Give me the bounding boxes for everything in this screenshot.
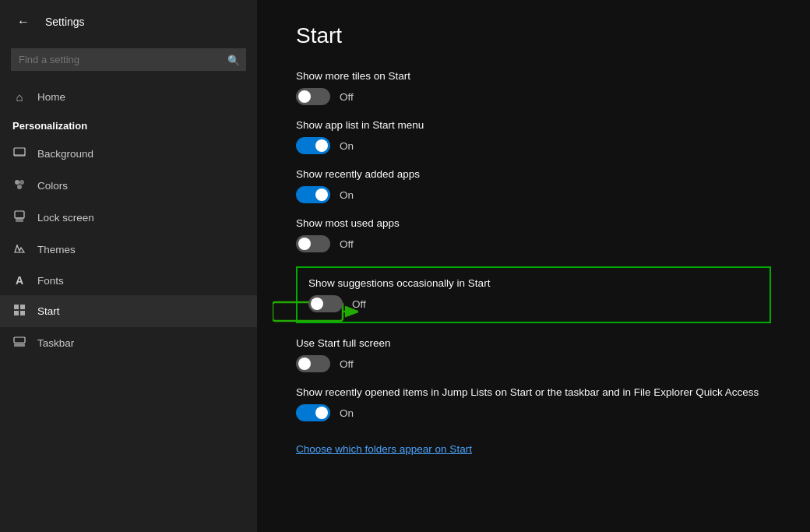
sidebar-item-colors[interactable]: Colors (0, 170, 257, 202)
toggle-jump-lists[interactable] (296, 404, 330, 421)
toggle-most-used-knob (298, 238, 311, 250)
sidebar-item-background[interactable]: Background (0, 138, 257, 170)
toggle-recently-added-state: On (340, 189, 354, 201)
start-icon (12, 304, 26, 319)
sidebar-item-themes-label: Themes (37, 244, 76, 255)
toggle-more-tiles-knob (298, 90, 311, 103)
toggle-suggestions-knob (311, 298, 323, 310)
setting-most-used-toggle-row: Off (296, 235, 771, 252)
search-box-container: 🔍 (11, 48, 246, 71)
toggle-app-list-knob (315, 139, 328, 152)
svg-rect-1 (14, 154, 25, 156)
sidebar-header: ← Settings (0, 0, 257, 44)
toggle-more-tiles[interactable] (296, 88, 330, 105)
sidebar-title: Settings (45, 16, 85, 28)
svg-rect-5 (15, 211, 24, 218)
sidebar-item-start-label: Start (37, 305, 60, 317)
setting-jump-lists-toggle-row: On (296, 404, 771, 421)
svg-rect-14 (14, 344, 25, 347)
main-content: Start Show more tiles on Start Off Show … (257, 0, 810, 532)
toggle-full-screen-state: Off (340, 358, 354, 370)
back-button[interactable]: ← (12, 11, 34, 33)
setting-app-list-label: Show app list in Start menu (296, 119, 771, 131)
sidebar-item-themes[interactable]: Themes (0, 234, 257, 266)
toggle-suggestions[interactable] (308, 295, 343, 312)
sidebar-item-taskbar[interactable]: Taskbar (0, 327, 257, 359)
svg-rect-10 (20, 311, 25, 315)
sidebar-section-label: Personalization (0, 112, 257, 138)
background-icon (12, 146, 26, 161)
setting-more-tiles: Show more tiles on Start Off (296, 70, 771, 105)
setting-app-list-toggle-row: On (296, 137, 771, 154)
sidebar-item-home[interactable]: ⌂ Home (0, 82, 257, 112)
sidebar: ← Settings 🔍 ⌂ Home Personalization Back… (0, 0, 257, 532)
setting-suggestions-highlighted: Show suggestions occasionally in Start O… (296, 266, 771, 323)
sidebar-item-lock-screen-label: Lock screen (37, 212, 94, 224)
setting-app-list: Show app list in Start menu On (296, 119, 771, 154)
sidebar-item-taskbar-label: Taskbar (37, 337, 74, 349)
setting-full-screen-label: Use Start full screen (296, 337, 771, 349)
setting-recently-added: Show recently added apps On (296, 168, 771, 203)
svg-rect-7 (14, 305, 19, 309)
toggle-full-screen[interactable] (296, 355, 330, 372)
svg-point-2 (15, 180, 19, 185)
taskbar-icon (12, 336, 26, 351)
themes-icon (12, 242, 26, 257)
toggle-recently-added[interactable] (296, 186, 330, 203)
svg-rect-15 (14, 337, 25, 343)
search-input[interactable] (11, 48, 246, 71)
sidebar-item-background-label: Background (37, 148, 93, 160)
svg-rect-6 (16, 217, 23, 222)
setting-full-screen-toggle-row: Off (296, 355, 771, 372)
toggle-most-used-state: Off (340, 238, 354, 250)
toggle-most-used[interactable] (296, 235, 330, 252)
setting-most-used-label: Show most used apps (296, 217, 771, 229)
toggle-more-tiles-state: Off (340, 91, 354, 103)
sidebar-item-start[interactable]: Start (0, 295, 257, 327)
setting-jump-lists: Show recently opened items in Jump Lists… (296, 386, 771, 421)
toggle-app-list[interactable] (296, 137, 330, 154)
setting-full-screen: Use Start full screen Off (296, 337, 771, 372)
sidebar-item-home-label: Home (37, 91, 65, 103)
setting-more-tiles-label: Show more tiles on Start (296, 70, 771, 82)
setting-most-used: Show most used apps Off (296, 217, 771, 252)
toggle-jump-lists-state: On (340, 407, 354, 419)
setting-more-tiles-toggle-row: Off (296, 88, 771, 105)
sidebar-item-colors-label: Colors (37, 180, 68, 192)
colors-icon (12, 178, 26, 193)
toggle-full-screen-knob (298, 358, 311, 370)
page-title: Start (296, 23, 771, 48)
fonts-icon: A (12, 274, 26, 287)
setting-recently-added-label: Show recently added apps (296, 168, 771, 180)
svg-rect-9 (14, 311, 19, 315)
toggle-recently-added-knob (315, 188, 328, 201)
setting-jump-lists-label: Show recently opened items in Jump Lists… (296, 386, 771, 398)
setting-suggestions-label: Show suggestions occasionally in Start (308, 277, 759, 289)
setting-recently-added-toggle-row: On (296, 186, 771, 203)
toggle-jump-lists-knob (315, 407, 328, 419)
sidebar-item-fonts-label: Fonts (37, 275, 64, 287)
svg-point-3 (19, 180, 24, 185)
home-icon: ⌂ (12, 90, 26, 104)
svg-point-4 (17, 185, 22, 189)
toggle-app-list-state: On (340, 140, 354, 152)
sidebar-item-fonts[interactable]: A Fonts (0, 266, 257, 295)
lock-screen-icon (12, 210, 26, 225)
sidebar-item-lock-screen[interactable]: Lock screen (0, 202, 257, 234)
setting-suggestions-toggle-row: Off (308, 295, 759, 312)
search-icon: 🔍 (227, 54, 240, 65)
svg-rect-8 (20, 305, 25, 309)
choose-folders-link[interactable]: Choose which folders appear on Start (296, 443, 472, 455)
